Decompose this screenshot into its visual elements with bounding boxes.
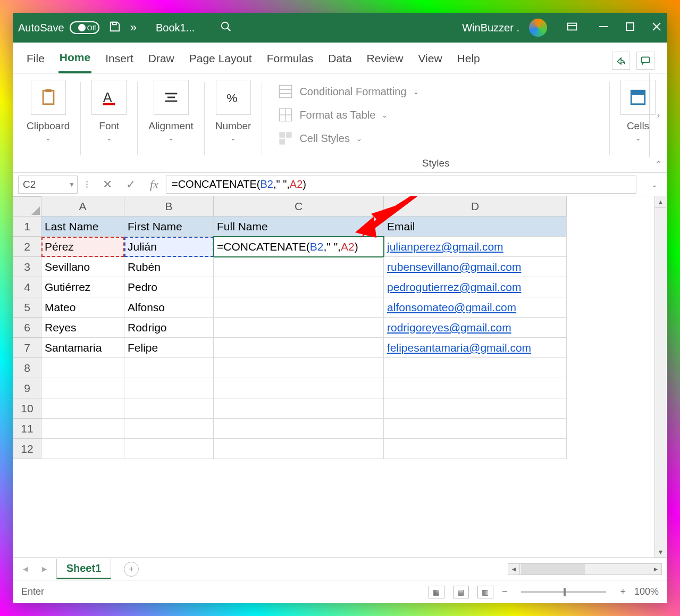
cell[interactable] [214, 439, 384, 459]
chevron-down-icon[interactable]: ▼ [69, 181, 75, 188]
grid[interactable]: A B C D 1 Last Name First Name Full Name… [13, 196, 667, 459]
cell[interactable] [41, 419, 124, 439]
zoom-level[interactable]: 100% [634, 586, 659, 597]
cell[interactable] [384, 378, 567, 398]
file-name[interactable]: Book1... [156, 22, 195, 34]
col-header-c[interactable]: C [214, 196, 384, 217]
cell[interactable] [214, 378, 384, 398]
avatar[interactable] [529, 19, 547, 37]
horizontal-scrollbar[interactable]: ◄► [143, 563, 662, 575]
cell-a2[interactable]: Pérez [41, 237, 124, 257]
maximize-button[interactable] [625, 21, 635, 34]
cell[interactable]: Email [384, 217, 567, 237]
cell[interactable] [214, 277, 384, 297]
row-header[interactable]: 11 [13, 419, 41, 439]
cell[interactable] [124, 419, 214, 439]
autosave-toggle[interactable]: Off [70, 21, 99, 34]
cell[interactable]: Reyes [41, 318, 124, 338]
col-header-a[interactable]: A [41, 196, 124, 217]
row-header[interactable]: 2 [13, 237, 41, 257]
cell[interactable] [124, 358, 214, 378]
col-header-b[interactable]: B [124, 196, 214, 217]
tab-home[interactable]: Home [58, 48, 91, 73]
search-icon[interactable] [220, 21, 232, 35]
tab-formulas[interactable]: Formulas [266, 49, 315, 72]
tab-help[interactable]: Help [456, 49, 481, 72]
font-button[interactable]: A [91, 80, 127, 115]
cell-styles-button[interactable]: Cell Styles ⌄ [278, 131, 593, 146]
row-header[interactable]: 12 [13, 439, 41, 459]
cancel-formula-button[interactable]: ✕ [96, 178, 119, 192]
cell[interactable]: First Name [124, 217, 214, 237]
share-button[interactable] [612, 52, 630, 70]
zoom-slider[interactable] [521, 591, 606, 593]
cell[interactable]: rubensevillano@gmail.com [384, 257, 567, 277]
cell[interactable]: Full Name [214, 217, 384, 237]
ribbon-display-icon[interactable] [566, 21, 578, 35]
cell[interactable]: felipesantamaria@gmail.com [384, 338, 567, 358]
chevron-down-icon[interactable]: ⌄ [45, 134, 51, 142]
page-layout-view-button[interactable]: ▤ [453, 586, 469, 598]
cell-c2-active[interactable]: =CONCATENATE(B2," ",A2) [214, 237, 384, 257]
cell[interactable] [214, 419, 384, 439]
chevron-down-icon[interactable]: ⌄ [635, 134, 641, 142]
cell[interactable] [124, 398, 214, 419]
row-header[interactable]: 7 [13, 338, 41, 358]
normal-view-button[interactable]: ▦ [429, 586, 444, 598]
cell[interactable] [41, 398, 124, 419]
page-break-view-button[interactable]: ▥ [477, 586, 493, 598]
comments-button[interactable] [636, 52, 654, 70]
tab-view[interactable]: View [417, 49, 443, 72]
save-icon[interactable] [109, 21, 121, 35]
tab-file[interactable]: File [26, 49, 46, 72]
cell[interactable] [384, 439, 567, 459]
cell[interactable] [124, 378, 214, 398]
row-header[interactable]: 9 [13, 378, 41, 398]
sheet-nav-next-icon[interactable]: ► [37, 564, 52, 574]
insert-function-button[interactable]: fx [142, 178, 166, 192]
conditional-formatting-button[interactable]: Conditional Formatting ⌄ [278, 84, 593, 99]
collapse-ribbon-icon[interactable]: ⌃ [655, 159, 662, 169]
cell[interactable] [214, 297, 384, 318]
cell[interactable] [41, 378, 124, 398]
cell-b2[interactable]: Julián [124, 237, 214, 257]
chevron-down-icon[interactable]: ⌄ [230, 134, 236, 142]
cell[interactable]: Santamaria [41, 338, 124, 358]
cell[interactable] [384, 398, 567, 419]
minimize-button[interactable] [598, 21, 609, 34]
cell[interactable] [41, 358, 124, 378]
row-header[interactable]: 1 [13, 217, 41, 237]
close-button[interactable] [651, 21, 662, 34]
cell[interactable]: Sevillano [41, 257, 124, 277]
name-box[interactable]: C2 ▼ [18, 176, 78, 194]
number-button[interactable]: % [216, 80, 251, 115]
ribbon-more-button[interactable]: › [649, 73, 667, 157]
row-header[interactable]: 5 [13, 297, 41, 318]
cell[interactable]: rodrigoreyes@gmail.com [384, 318, 567, 338]
alignment-button[interactable] [154, 80, 189, 115]
resize-handle[interactable] [83, 181, 90, 188]
col-header-d[interactable]: D [384, 196, 567, 217]
cell[interactable]: Gutiérrez [41, 277, 124, 297]
scroll-up-icon[interactable]: ▲ [655, 196, 666, 208]
cell[interactable] [41, 439, 124, 459]
row-header[interactable]: 10 [13, 398, 41, 419]
format-as-table-button[interactable]: Format as Table ⌄ [278, 107, 593, 122]
cell[interactable]: Rodrigo [124, 318, 214, 338]
row-header[interactable]: 4 [13, 277, 41, 297]
row-header[interactable]: 8 [13, 358, 41, 378]
formula-input[interactable]: =CONCATENATE(B2," ",A2) [166, 176, 636, 194]
tab-insert[interactable]: Insert [104, 49, 135, 72]
tab-review[interactable]: Review [366, 49, 405, 72]
expand-formula-bar-icon[interactable]: ⌄ [651, 180, 664, 189]
cell[interactable] [214, 358, 384, 378]
add-sheet-button[interactable]: + [124, 562, 139, 577]
cell[interactable]: Last Name [41, 217, 124, 237]
cell[interactable]: Pedro [124, 277, 214, 297]
tab-page-layout[interactable]: Page Layout [188, 49, 253, 72]
select-all-corner[interactable] [13, 196, 41, 217]
cell[interactable] [384, 358, 567, 378]
row-header[interactable]: 6 [13, 318, 41, 338]
paste-button[interactable] [31, 80, 66, 115]
user-name[interactable]: WinBuzzer . [462, 22, 519, 34]
